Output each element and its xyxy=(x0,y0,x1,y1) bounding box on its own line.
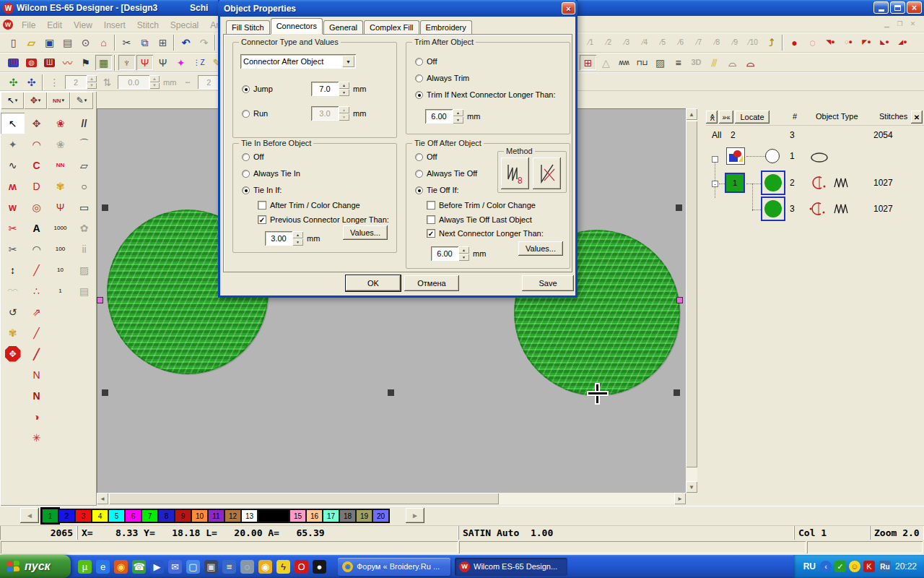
zoom-10-tool[interactable]: 10 xyxy=(48,259,72,280)
selection-handle-bottom-center[interactable] xyxy=(388,389,394,396)
menu-insert[interactable]: Insert xyxy=(98,18,131,33)
new-document-button[interactable]: ▯ xyxy=(4,34,22,51)
applique-tool[interactable]: ◎ xyxy=(25,197,48,217)
color-swatch-6[interactable]: 6 xyxy=(125,509,141,522)
opera-icon[interactable]: O xyxy=(295,560,308,574)
cut-button[interactable]: ✂ xyxy=(118,34,136,51)
color-swatch-17[interactable]: 17 xyxy=(323,509,339,522)
circle-run-tool[interactable]: C xyxy=(25,155,48,176)
method-cross-button[interactable] xyxy=(533,158,561,189)
chevron-down-icon[interactable]: ▼ xyxy=(342,56,354,67)
trim-conditional-radio[interactable]: Trim If Next Connector Longer Than: xyxy=(415,90,556,99)
kaspersky-icon[interactable]: K xyxy=(863,561,875,572)
run-radio[interactable]: Run xyxy=(242,109,268,118)
pointer-tool[interactable]: ↖ xyxy=(1,113,25,134)
tie-in-length-spinner[interactable]: 3.00▲▼ mm xyxy=(265,231,320,246)
pattern-red-button[interactable]: ◍ xyxy=(22,54,40,71)
print-button[interactable]: ▤ xyxy=(58,34,77,51)
color-swatch-9[interactable]: 9 xyxy=(175,509,191,522)
export-design-button[interactable]: ⤴ xyxy=(762,34,780,51)
object-tool-5-button[interactable]: ◤● xyxy=(858,34,876,51)
phone-icon[interactable]: ☎ xyxy=(132,560,146,574)
object-row-2[interactable]: - 1 2 1027 xyxy=(706,172,924,199)
segment-red-tool[interactable]: ╱ xyxy=(25,322,48,343)
object-row-3[interactable]: 3 1027 xyxy=(706,198,924,225)
next-connector-checkbox[interactable]: ✓Next Connector Longer Than: xyxy=(427,229,544,238)
utorrent-icon[interactable]: µ xyxy=(78,560,92,574)
fan-tool[interactable]: ◠◠ xyxy=(1,280,25,301)
grid-toggle-button[interactable]: ⊞ xyxy=(579,54,597,71)
explorer-window-icon[interactable]: ▢ xyxy=(186,560,200,574)
color-swatch-15[interactable]: 15 xyxy=(289,509,306,522)
reshape-dropdown[interactable]: ✥▾ xyxy=(24,92,47,109)
select-flag-button[interactable]: ⚑ xyxy=(77,54,95,71)
menu-special[interactable]: Special xyxy=(165,18,204,33)
qq-icon[interactable]: ● xyxy=(313,560,326,574)
close-button[interactable]: × xyxy=(907,1,922,14)
stitch-type-dropdown[interactable]: NN▾ xyxy=(47,92,70,109)
menu-view[interactable]: View xyxy=(68,18,98,33)
color-block-swatch[interactable]: 1 xyxy=(725,173,745,193)
color-node-white[interactable] xyxy=(765,149,780,163)
connector-type-dropdown[interactable]: Connector After Object▼ xyxy=(240,54,356,69)
object-tool-3-button[interactable]: ◥● xyxy=(821,34,840,51)
updown-fork-tool[interactable]: ↕ xyxy=(1,259,25,280)
menu-stitch[interactable]: Stitch xyxy=(131,18,165,33)
lightning-icon[interactable]: ϟ xyxy=(276,560,290,574)
parallel-lines-tool[interactable]: // xyxy=(72,113,96,134)
search-icon[interactable]: ◌ xyxy=(240,560,254,574)
vertical-scroll-thumb[interactable] xyxy=(686,121,697,467)
collapse-up-button[interactable]: ≫ xyxy=(706,111,718,124)
color-swatch-10[interactable]: 10 xyxy=(191,509,208,522)
after-trim-checkbox[interactable]: After Trim / Color Change xyxy=(258,201,360,210)
color-swatch-20[interactable]: 20 xyxy=(372,509,389,522)
selection-handle-bottom-right[interactable] xyxy=(674,389,680,396)
panel-close-button[interactable]: ✕ xyxy=(911,111,923,124)
polygon-select-tool[interactable]: ✦ xyxy=(1,134,25,155)
dotted-diag-tool[interactable]: ∴ xyxy=(25,280,48,301)
tie-in-values-button[interactable]: Values... xyxy=(343,225,388,240)
object-tool-6-button[interactable]: ◣● xyxy=(876,34,894,51)
horizontal-scroll-thumb[interactable] xyxy=(109,493,499,504)
color-swatch-5[interactable]: 5 xyxy=(108,509,125,522)
color-swatch-14[interactable]: 14 xyxy=(258,509,289,522)
print-preview-button[interactable]: ⊙ xyxy=(77,34,95,51)
lettering-tool[interactable]: A xyxy=(25,217,48,238)
before-trim-checkbox[interactable]: Before Trim / Color Change xyxy=(427,201,536,210)
object-tool-7-button[interactable]: ◢● xyxy=(894,34,912,51)
needle-point-button[interactable]: Ψ xyxy=(136,54,154,71)
task-wilcom[interactable]: WWilcom ES-65 Design... xyxy=(455,558,567,576)
firefox-icon[interactable]: ◉ xyxy=(114,560,128,574)
star-magenta-button[interactable]: ✦ xyxy=(172,54,190,71)
media-player-icon[interactable]: ▶ xyxy=(150,560,164,574)
cancel-button[interactable]: Отмена xyxy=(404,275,459,291)
color-swatch-8[interactable]: 8 xyxy=(158,509,175,522)
align-cross-1-button[interactable]: ✣ xyxy=(4,74,22,90)
n-zigzag-tool[interactable]: N xyxy=(25,385,48,406)
chrome-icon[interactable]: ◉ xyxy=(258,560,272,574)
zigzag-stitch-button[interactable]: ʍʍ xyxy=(615,54,633,71)
object-tool-4-button[interactable]: ◌● xyxy=(840,34,858,51)
color-swatch-18[interactable]: 18 xyxy=(339,509,356,522)
keyboard-layout-badge[interactable]: Ru xyxy=(879,561,891,572)
curve-input-tool[interactable]: ⌒ xyxy=(72,134,96,155)
paste-button[interactable]: ⊞ xyxy=(154,34,172,51)
satin-blue-button[interactable]: Ш xyxy=(4,54,22,71)
scroll-right-arrow[interactable]: ► xyxy=(674,493,686,504)
color-swatch-16[interactable]: 16 xyxy=(306,509,323,522)
monitor-icon[interactable]: ▣ xyxy=(204,560,218,574)
color-swatch-12[interactable]: 12 xyxy=(225,509,241,522)
color-swatch-1[interactable]: 1 xyxy=(42,509,58,523)
jump-radio[interactable]: Jump xyxy=(242,85,273,93)
mdi-system-menu-icon[interactable]: W xyxy=(3,20,13,30)
jump-length-spinner[interactable]: 7.0▲▼ mm xyxy=(311,82,366,96)
notepad-icon[interactable]: ≡ xyxy=(222,560,236,574)
tie-off-always-radio[interactable]: Always Tie Off xyxy=(415,169,477,178)
menu-edit[interactable]: Edit xyxy=(41,18,68,33)
color-swatch-11[interactable]: 11 xyxy=(208,509,225,522)
flower-input-tool[interactable]: ❀ xyxy=(48,113,72,134)
tab-connectors[interactable]: Connectors xyxy=(271,18,323,34)
selection-handle-mid-right[interactable] xyxy=(676,297,683,303)
sewing-machine-button[interactable]: ⌂ xyxy=(95,34,113,51)
dome-outline-button[interactable]: ⌓ xyxy=(723,54,741,71)
